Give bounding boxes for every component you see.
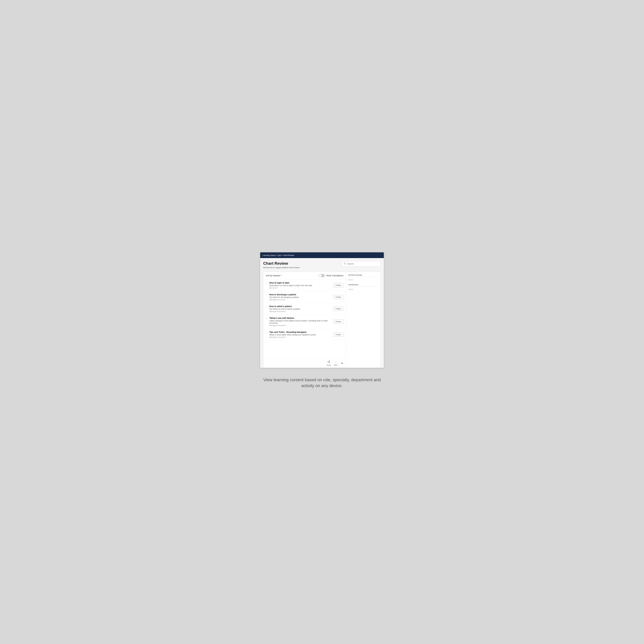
resource-desc: Tip Sheet on how to admit a patient. — [269, 308, 332, 310]
share-label: Share — [327, 364, 331, 366]
resource-title[interactable]: Tips and Tricks - Rounding Navigator — [269, 331, 332, 333]
heart-icon[interactable]: ♡ — [266, 331, 268, 334]
share-action[interactable]: Share — [327, 360, 331, 366]
share-icon — [327, 360, 330, 364]
follow-button[interactable]: Follow — [333, 307, 343, 311]
notifications-title: NOTIFICATIONS — [348, 274, 378, 277]
notifications-none: None — [348, 279, 378, 281]
double-arrow-icon[interactable]: ≫ — [341, 362, 343, 365]
more-action[interactable]: ⋯ More — [334, 360, 338, 366]
tagline-text: View learning content based on role, spe… — [262, 377, 382, 389]
tagline-block: View learning content based on role, spe… — [260, 374, 384, 392]
svg-point-2 — [329, 361, 330, 361]
list-item: ♡ Tips and Tricks - Rounding Navigator W… — [263, 329, 346, 341]
follow-button[interactable]: Follow — [333, 333, 343, 337]
translations-toggle: Show Translations — [319, 274, 343, 277]
resource-text: How to login to Epic Instructions on how… — [269, 282, 332, 289]
sort-bar: Sort by Newest ▾ Show Translations — [263, 272, 346, 279]
bottom-toolbar: Share ⋯ More ≫ — [263, 359, 346, 368]
resource-desc: Instructions on how to logon to Epic fro… — [269, 284, 332, 287]
breadcrumb: Learning Library > Epic > Chart Review — [263, 254, 294, 256]
resource-type: Document — [269, 287, 332, 289]
resource-type: Managed Document — [269, 324, 332, 327]
more-icon: ⋯ — [335, 360, 337, 364]
resource-type: Managed Document — [269, 310, 332, 313]
search-icon — [344, 262, 346, 265]
more-label: More — [334, 364, 338, 366]
list-item: ♡ How to login to Epic Instructions on h… — [263, 279, 346, 291]
svg-line-1 — [345, 264, 346, 264]
page-subtitle: Resources to support patient chart revie… — [263, 266, 300, 269]
svg-point-4 — [328, 361, 328, 362]
svg-line-6 — [328, 362, 329, 363]
resource-title[interactable]: *What's new with Medrec — [269, 317, 332, 319]
spacer — [263, 341, 346, 359]
sort-dropdown[interactable]: Sort by Newest ▾ — [266, 274, 281, 277]
resource-text: *What's new with Medrec Latest changes t… — [269, 317, 332, 327]
resource-desc: Latest changes to the patient record sys… — [269, 320, 332, 324]
list-area: Sort by Newest ▾ Show Translations ♡ — [263, 272, 346, 368]
resource-type: Managed Document — [269, 336, 332, 338]
favorites-title: FAVORITES — [348, 284, 378, 287]
resource-list: ♡ How to login to Epic Instructions on h… — [263, 279, 346, 341]
chevron-down-icon: ▾ — [281, 275, 281, 276]
heart-icon[interactable]: ♡ — [266, 317, 268, 320]
favorites-none: None — [348, 288, 378, 290]
search-box[interactable] — [342, 261, 381, 267]
resource-title[interactable]: How to admit a patient — [269, 305, 332, 308]
sort-label: Sort by Newest — [266, 274, 280, 277]
list-item: ♡ How to admit a patient Tip Sheet on ho… — [263, 303, 346, 315]
translations-label: Show Translations — [326, 274, 343, 277]
page-title-block: Chart Review Resources to support patien… — [263, 261, 300, 269]
resource-text: How to admit a patient Tip Sheet on how … — [269, 305, 332, 313]
list-item: ♡ *What's new with Medrec Latest changes… — [263, 315, 346, 329]
main-area: Chart Review Resources to support patien… — [260, 258, 384, 368]
page-title: Chart Review — [263, 261, 300, 266]
heart-icon[interactable]: ♡ — [266, 305, 268, 308]
svg-point-3 — [329, 362, 330, 363]
header-row: Chart Review Resources to support patien… — [263, 261, 381, 269]
heart-icon[interactable]: ♡ — [266, 294, 268, 296]
follow-button[interactable]: Follow — [333, 320, 343, 324]
toggle-switch[interactable] — [319, 274, 325, 277]
app-container: Learning Library > Epic > Chart Review C… — [260, 252, 384, 368]
resource-desc: Tip sheet for discharging a patient. — [269, 296, 332, 298]
outer-wrapper: Learning Library > Epic > Chart Review C… — [260, 252, 384, 392]
follow-button[interactable]: Follow — [333, 295, 343, 299]
sidebar: NOTIFICATIONS None FAVORITES None — [346, 272, 381, 368]
resource-title[interactable]: How to discharge a patient — [269, 293, 332, 296]
resource-text: Tips and Tricks - Rounding Navigator Way… — [269, 331, 332, 338]
list-item: ♡ How to discharge a patient Tip sheet f… — [263, 291, 346, 303]
search-input[interactable] — [347, 263, 379, 265]
breadcrumb-bar: Learning Library > Epic > Chart Review — [260, 252, 384, 258]
heart-icon[interactable]: ♡ — [266, 282, 268, 284]
resource-type: Managed Document — [269, 299, 332, 301]
svg-line-5 — [328, 361, 329, 362]
resource-desc: Ways to work better while doing your inp… — [269, 334, 332, 336]
follow-button[interactable]: Follow — [333, 283, 343, 287]
resource-text: How to discharge a patient Tip sheet for… — [269, 293, 332, 301]
resource-title[interactable]: How to login to Epic — [269, 282, 332, 284]
content-panel: Sort by Newest ▾ Show Translations ♡ — [263, 272, 381, 368]
